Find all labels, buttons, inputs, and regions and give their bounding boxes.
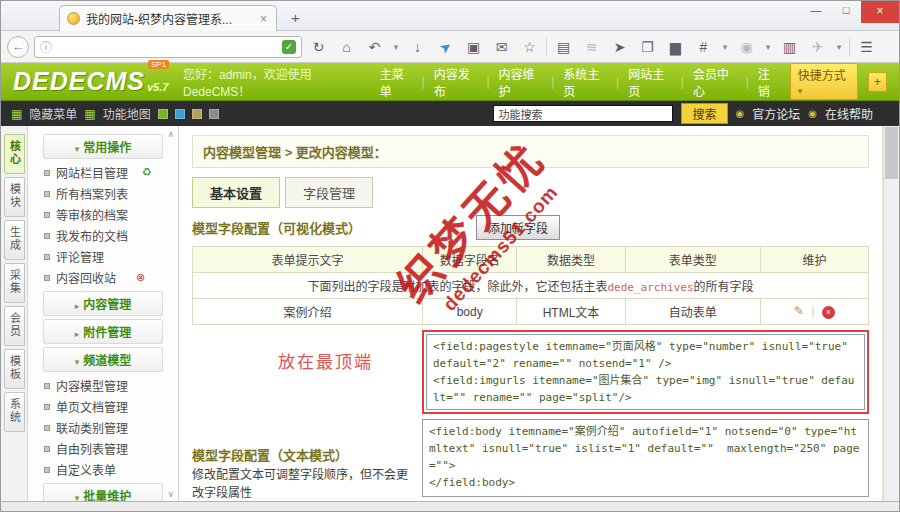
proxy-button[interactable]: ▥ (778, 39, 801, 55)
adblock-caret-icon[interactable]: ▾ (763, 42, 773, 52)
hide-menu-link[interactable]: 隐藏菜单 (29, 105, 77, 122)
bullet-icon (44, 404, 50, 410)
field-config-textarea[interactable]: <field:pagestyle itemname="页面风格" type="n… (426, 334, 865, 410)
sidebar-item-comments[interactable]: 评论管理 (28, 246, 178, 267)
chevron-down-icon: ▾ (798, 86, 803, 96)
reload-button[interactable]: ↻ (307, 39, 330, 55)
minimize-button[interactable]: — (801, 1, 831, 21)
sidebar-section-attachments[interactable]: ▸附件管理 (43, 319, 163, 344)
menu-site-home[interactable]: 网站主页 (628, 65, 672, 99)
tab-basic-settings[interactable]: 基本设置 (192, 177, 280, 208)
rss-button[interactable]: ≋ (580, 39, 603, 55)
url-input[interactable] (57, 40, 277, 54)
page-info-icon[interactable]: ⓘ (40, 38, 52, 55)
edit-icon[interactable]: ✎ (794, 304, 804, 318)
page-scrollbar[interactable] (883, 126, 899, 501)
theme-swatch-tan[interactable] (192, 109, 202, 119)
text-mode-description: 修改配置文本可调整字段顺序，但不会更改字段属性 (192, 467, 408, 501)
menu-logout[interactable]: 注销 (758, 65, 780, 99)
security-shield-icon[interactable]: ✓ (282, 40, 296, 54)
shortcut-button[interactable]: 快捷方式 ▾ (790, 63, 858, 100)
visual-mode-title: 模型字段配置（可视化模式） (192, 218, 361, 237)
search-button[interactable]: 搜索 (681, 103, 727, 124)
add-field-button[interactable]: 添加新字段 (476, 215, 560, 240)
undo-closed-tab-button[interactable]: ↶ (363, 39, 386, 55)
undo-caret-icon[interactable]: ▾ (391, 42, 401, 52)
close-button[interactable]: × (861, 1, 899, 23)
menu-main[interactable]: 主菜单 (380, 65, 413, 99)
delete-icon[interactable]: × (822, 306, 835, 319)
theme-swatch-gray[interactable] (209, 109, 219, 119)
sidebar-item-custom-forms[interactable]: 自定义表单 (28, 459, 178, 480)
sidebar-item-my-documents[interactable]: 我发布的文档 (28, 225, 178, 246)
cell-maintain: ✎ | × (760, 299, 868, 325)
vtab-system[interactable]: 系统 (4, 392, 25, 432)
header-menu: 主菜单| 内容发布| 内容维护| 系统主页| 网站主页| 会员中心| 注销 (380, 65, 780, 99)
home-button[interactable]: ⌂ (335, 39, 358, 55)
sidebar-item-linked-categories[interactable]: 联动类别管理 (28, 417, 178, 438)
bullet-icon (44, 170, 50, 176)
breadcrumb: 内容模型管理 > 更改内容模型： (192, 135, 869, 168)
menu-member-center[interactable]: 会员中心 (693, 65, 737, 99)
bullet-icon (44, 254, 50, 260)
vtab-modules[interactable]: 模块 (4, 177, 25, 217)
function-search-input[interactable] (493, 105, 673, 122)
vtab-members[interactable]: 会员 (4, 306, 25, 346)
online-help-link[interactable]: 在线帮助 (825, 105, 873, 122)
toolbar-divider (546, 38, 547, 56)
vtab-core[interactable]: 核心 (4, 134, 25, 174)
tab-close-icon[interactable]: × (258, 12, 269, 26)
window-panel-button[interactable]: ❐ (636, 39, 659, 55)
extension-plane-button[interactable]: ✈ (806, 39, 829, 55)
tab-field-management[interactable]: 字段管理 (285, 177, 373, 208)
screenshot-button[interactable]: ▣ (462, 39, 485, 55)
theme-swatch-blue[interactable] (175, 109, 185, 119)
clipboard-button[interactable]: ▤ (552, 39, 575, 55)
sidebar-section-content[interactable]: ▸内容管理 (43, 291, 163, 316)
menu-system-home[interactable]: 系统主页 (563, 65, 607, 99)
official-forum-link[interactable]: 官方论坛 (752, 105, 800, 122)
function-map-link[interactable]: 功能地图 (103, 105, 151, 122)
sidebar-scroll-up-icon[interactable]: ∧ (167, 129, 174, 139)
adblock-button[interactable]: ◉ (735, 39, 758, 55)
sidebar-scroll-down-icon[interactable]: ∨ (167, 489, 174, 499)
extension-caret-icon[interactable]: ▾ (834, 42, 844, 52)
sidebar-item-pending-archives[interactable]: 等审核的档案 (28, 204, 178, 225)
breadcrumb-root[interactable]: 内容模型管理 (203, 145, 281, 160)
body-field-textarea[interactable]: <field:body itemname="案例介绍" autofield="1… (422, 419, 869, 497)
back-button[interactable]: ← (7, 36, 29, 58)
theme-swatch-green[interactable] (158, 109, 168, 119)
downloads-button[interactable]: ↓ (406, 39, 429, 55)
sidebar-item-recycle-bin[interactable]: 内容回收站 ⊗ (28, 267, 178, 288)
send-button[interactable]: ➤ (608, 39, 631, 55)
vtab-templates[interactable]: 模板 (4, 349, 25, 389)
sidebar-section-common[interactable]: ▾常用操作 (43, 134, 163, 159)
mail-button[interactable]: ✉ (490, 39, 513, 55)
crop-tool-button[interactable]: # (692, 39, 715, 55)
new-tab-button[interactable]: + (291, 9, 300, 26)
bullet-icon (44, 383, 50, 389)
vtab-collect[interactable]: 采集 (4, 263, 25, 303)
browser-tab[interactable]: 我的网站-织梦内容管理系... × (59, 5, 277, 31)
vtab-generate[interactable]: 生成 (4, 220, 25, 260)
scrollbar-thumb[interactable] (885, 127, 898, 179)
sidebar-item-all-archives[interactable]: 所有档案列表 (28, 183, 178, 204)
folder-button[interactable]: ▆ (664, 39, 687, 55)
crop-caret-icon[interactable]: ▾ (720, 42, 730, 52)
menu-content-maintain[interactable]: 内容维护 (499, 65, 543, 99)
toolbar-divider (849, 38, 850, 56)
sidebar-item-site-columns[interactable]: 网站栏目管理 ♻ (28, 162, 178, 183)
bookmark-star-button[interactable]: ☆ (518, 39, 541, 55)
maximize-button[interactable]: □ (831, 1, 861, 21)
shortcut-add-button[interactable]: + (868, 72, 887, 92)
url-bar[interactable]: ⓘ ✓ (34, 36, 302, 58)
hamburger-menu-button[interactable]: ☰ (855, 39, 878, 55)
sidebar-section-channel-models[interactable]: ▾频道模型 (43, 347, 163, 372)
sidebar-item-single-page-docs[interactable]: 单页文档管理 (28, 396, 178, 417)
sidebar-item-content-models[interactable]: 内容模型管理 (28, 375, 178, 396)
refresh-icon[interactable]: ♻ (142, 166, 152, 179)
bullet-icon (44, 191, 50, 197)
sidebar-item-free-lists[interactable]: 自由列表管理 (28, 438, 178, 459)
menu-content-publish[interactable]: 内容发布 (434, 65, 478, 99)
twitter-bird-icon[interactable]: ➤ (431, 33, 459, 59)
